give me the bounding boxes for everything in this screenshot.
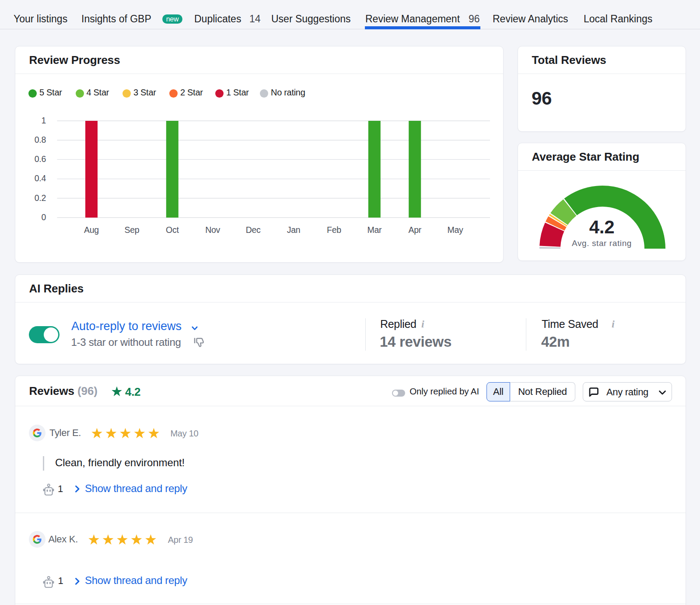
svg-text:Mar: Mar — [367, 225, 382, 235]
svg-text:May: May — [448, 225, 463, 235]
svg-text:0.6: 0.6 — [35, 154, 46, 164]
svg-text:0: 0 — [41, 212, 46, 222]
svg-text:Nov: Nov — [205, 225, 220, 235]
svg-text:0.4: 0.4 — [35, 173, 46, 183]
svg-text:Apr: Apr — [408, 225, 421, 235]
svg-text:Dec: Dec — [246, 225, 261, 235]
svg-text:0.2: 0.2 — [35, 193, 46, 203]
svg-text:1: 1 — [41, 116, 46, 125]
svg-text:Feb: Feb — [327, 225, 341, 235]
svg-text:Oct: Oct — [166, 225, 179, 235]
svg-text:Sep: Sep — [125, 225, 140, 235]
svg-text:Jan: Jan — [287, 225, 301, 235]
svg-text:Aug: Aug — [84, 225, 99, 235]
svg-text:0.8: 0.8 — [35, 135, 46, 144]
